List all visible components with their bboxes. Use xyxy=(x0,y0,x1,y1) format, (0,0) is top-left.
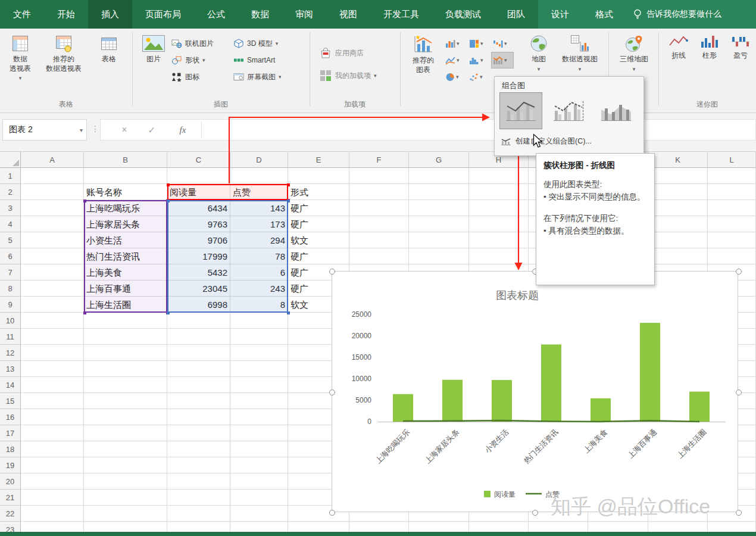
cell-B8[interactable]: 上海百事通 xyxy=(86,281,164,297)
row-header-14[interactable]: 14 xyxy=(0,377,21,393)
row-header-20[interactable]: 20 xyxy=(0,473,21,490)
tab-公式[interactable]: 公式 xyxy=(194,0,238,29)
select-all-corner[interactable] xyxy=(0,152,21,168)
store-button[interactable]: 应用商店 xyxy=(319,45,364,61)
my-addins-button[interactable]: 我的加载项 ▾ xyxy=(319,68,377,83)
row-header-19[interactable]: 19 xyxy=(0,457,21,473)
chart-resize-handle[interactable] xyxy=(736,269,742,275)
sparkline-column-button[interactable]: 柱形 xyxy=(696,32,723,94)
row-header-15[interactable]: 15 xyxy=(0,393,21,409)
cell-D6[interactable]: 78 xyxy=(233,248,285,264)
row-header-21[interactable]: 21 xyxy=(0,490,21,506)
cell-D4[interactable]: 173 xyxy=(233,216,285,232)
column-header-A[interactable]: A xyxy=(21,152,84,168)
insert-hierarchy-chart-button[interactable]: ▾ xyxy=(468,36,489,51)
column-header-E[interactable]: E xyxy=(288,152,349,168)
row-header-11[interactable]: 11 xyxy=(0,329,21,345)
cell-E2[interactable]: 形式 xyxy=(290,184,346,200)
insert-combo-chart-button[interactable]: ▾ xyxy=(492,52,513,68)
row-header-13[interactable]: 13 xyxy=(0,361,21,377)
cell-D5[interactable]: 294 xyxy=(233,232,285,248)
cell-E4[interactable]: 硬广 xyxy=(290,216,346,232)
cell-D3[interactable]: 143 xyxy=(233,200,285,216)
chart-resize-handle[interactable] xyxy=(736,389,742,395)
online-pictures-button[interactable]: 联机图片 xyxy=(171,36,214,51)
row-header-16[interactable]: 16 xyxy=(0,409,21,425)
row-header-22[interactable]: 22 xyxy=(0,506,21,522)
row-header-12[interactable]: 12 xyxy=(0,345,21,361)
create-custom-combo-item[interactable]: 创建自定义组合图(C)... xyxy=(501,136,592,147)
recommended-charts-button[interactable]: 推荐的图表 xyxy=(406,32,441,94)
cell-C7[interactable]: 5432 xyxy=(170,264,227,281)
tab-页面布局[interactable]: 页面布局 xyxy=(132,0,194,29)
chart-resize-handle[interactable] xyxy=(329,510,335,516)
cell-D2[interactable]: 点赞 xyxy=(233,184,285,200)
chart-resize-handle[interactable] xyxy=(736,510,742,516)
combo-option-clustered-column-line[interactable] xyxy=(499,92,542,129)
cell-B9[interactable]: 上海生活圈 xyxy=(86,297,164,313)
insert-waterfall-chart-button[interactable]: ▾ xyxy=(492,36,513,51)
cell-E5[interactable]: 软文 xyxy=(290,232,346,248)
cell-C4[interactable]: 9763 xyxy=(170,216,227,232)
icons-button[interactable]: 图标 xyxy=(171,69,199,85)
embedded-chart[interactable]: 图表标题0500010000150002000025000上海吃喝玩乐上海家居头… xyxy=(332,271,738,512)
cell-C2[interactable]: 阅读量 xyxy=(170,184,227,200)
row-header-2[interactable]: 2 xyxy=(0,184,21,200)
cell-C5[interactable]: 9706 xyxy=(170,232,227,248)
cancel-button[interactable]: × xyxy=(114,119,135,141)
cell-D9[interactable]: 8 xyxy=(233,297,285,313)
column-header-D[interactable]: D xyxy=(230,152,288,168)
cell-B3[interactable]: 上海吃喝玩乐 xyxy=(86,200,164,216)
cell-E3[interactable]: 硬广 xyxy=(290,200,346,216)
row-header-7[interactable]: 7 xyxy=(0,264,21,281)
insert-column-chart-button[interactable]: ▾ xyxy=(444,36,466,51)
tab-视图[interactable]: 视图 xyxy=(326,0,370,29)
row-header-17[interactable]: 17 xyxy=(0,425,21,441)
cell-C6[interactable]: 17999 xyxy=(170,248,227,264)
row-header-5[interactable]: 5 xyxy=(0,232,21,248)
row-header-6[interactable]: 6 xyxy=(0,248,21,264)
screenshot-button[interactable]: 屏幕截图 ▾ xyxy=(233,69,282,85)
cell-C9[interactable]: 6998 xyxy=(170,297,227,313)
tab-插入[interactable]: 插入 xyxy=(88,0,132,29)
shapes-button[interactable]: 形状 ▾ xyxy=(171,52,205,68)
cell-E6[interactable]: 硬广 xyxy=(290,248,346,264)
insert-scatter-chart-button[interactable]: ▾ xyxy=(468,69,489,85)
chart-resize-handle[interactable] xyxy=(329,269,335,275)
cell-D8[interactable]: 243 xyxy=(233,281,285,297)
name-box-dropdown-icon[interactable]: ▾ xyxy=(80,127,83,133)
tab-团队[interactable]: 团队 xyxy=(494,0,538,29)
column-header-G[interactable]: G xyxy=(409,152,469,168)
column-header-K[interactable]: K xyxy=(648,152,708,168)
pivottable-button[interactable]: 数据透视表 ▾ xyxy=(4,32,37,94)
cell-B2[interactable]: 账号名称 xyxy=(86,184,164,200)
column-header-B[interactable]: B xyxy=(84,152,167,168)
combo-option-clustered-column-line-secondary-axis[interactable] xyxy=(547,92,590,129)
chart-resize-handle[interactable] xyxy=(532,510,538,516)
cell-B4[interactable]: 上海家居头条 xyxy=(86,216,164,232)
pictures-button[interactable]: 图片 xyxy=(137,32,170,94)
chart-resize-handle[interactable] xyxy=(329,389,335,395)
tab-开发工具[interactable]: 开发工具 xyxy=(370,0,432,29)
tab-负载测试[interactable]: 负载测试 xyxy=(432,0,494,29)
insert-statistic-chart-button[interactable]: ▾ xyxy=(468,52,489,68)
row-header-18[interactable]: 18 xyxy=(0,441,21,457)
name-box[interactable]: 图表 2 ▾ xyxy=(2,119,87,141)
tab-数据[interactable]: 数据 xyxy=(238,0,282,29)
insert-function-button[interactable]: fx xyxy=(173,119,193,141)
sparkline-line-button[interactable]: 折线 xyxy=(666,32,692,94)
column-header-F[interactable]: F xyxy=(349,152,409,168)
insert-pie-chart-button[interactable]: ▾ xyxy=(444,69,466,85)
row-header-10[interactable]: 10 xyxy=(0,313,21,329)
row-header-1[interactable]: 1 xyxy=(0,168,21,184)
cell-C3[interactable]: 6434 xyxy=(170,200,227,216)
tab-设计[interactable]: 设计 xyxy=(538,0,582,29)
insert-line-chart-button[interactable]: ▾ xyxy=(444,52,466,68)
row-header-4[interactable]: 4 xyxy=(0,216,21,232)
cell-B5[interactable]: 小资生活 xyxy=(86,232,164,248)
tab-格式[interactable]: 格式 xyxy=(582,0,626,29)
formula-input[interactable] xyxy=(205,119,491,141)
combo-option-stacked-area-clustered-column[interactable] xyxy=(595,92,638,129)
table-button[interactable]: 表格 xyxy=(92,32,126,94)
column-header-L[interactable]: L xyxy=(708,152,756,168)
